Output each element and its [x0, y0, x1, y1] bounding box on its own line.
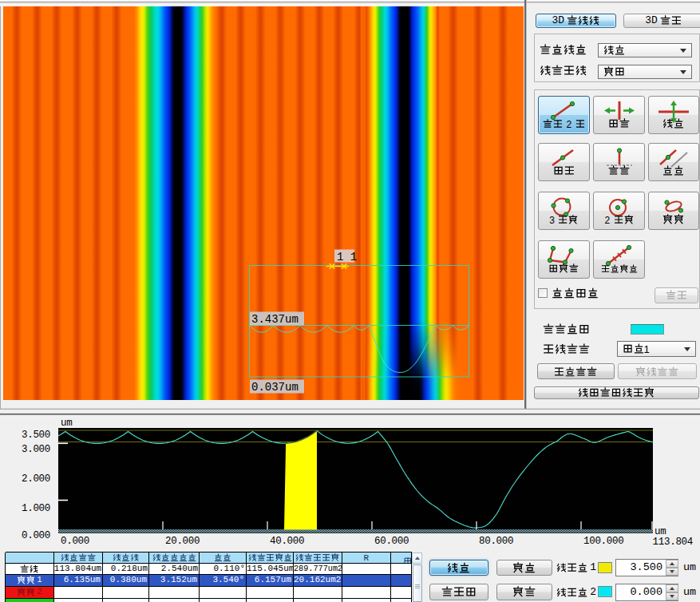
- svg-text:20.000: 20.000: [165, 536, 200, 547]
- svg-text:2.000: 2.000: [22, 473, 50, 485]
- svg-text:0.000: 0.000: [61, 536, 89, 547]
- svg-text:100.000: 100.000: [583, 536, 623, 547]
- svg-text:113.804: 113.804: [653, 537, 693, 548]
- svg-text:1 1: 1 1: [337, 251, 357, 263]
- svg-text:um: um: [655, 526, 666, 537]
- svg-text:60.000: 60.000: [374, 536, 409, 547]
- svg-text:40.000: 40.000: [270, 536, 304, 547]
- svg-text:0.000: 0.000: [22, 530, 50, 541]
- svg-text:3.000: 3.000: [22, 444, 50, 455]
- svg-text:80.000: 80.000: [479, 536, 513, 547]
- svg-text:0.037um: 0.037um: [251, 381, 299, 394]
- svg-text:3.500: 3.500: [22, 430, 50, 441]
- svg-text:1.000: 1.000: [22, 503, 50, 514]
- svg-text:3.437um: 3.437um: [251, 313, 299, 326]
- svg-text:um: um: [61, 418, 72, 429]
